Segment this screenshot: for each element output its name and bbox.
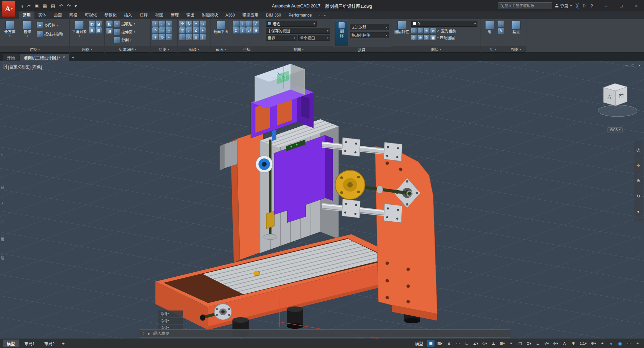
wcs-dropdown[interactable]: WCS ▾	[608, 127, 623, 132]
rectangle-icon[interactable]: ▭	[159, 27, 165, 33]
tab-addins[interactable]: 附加模块	[198, 11, 222, 19]
match-layer-button[interactable]: ≈ 匹配图层	[437, 35, 455, 40]
tab-bim360[interactable]: BIM 360	[262, 11, 285, 19]
isometric-drafting-toggle[interactable]: ◇▾	[481, 340, 489, 347]
tab-mesh[interactable]: 网格	[66, 11, 81, 19]
ucs-world-icon[interactable]: ∟	[233, 21, 239, 27]
selection-filter-toggle[interactable]: ∇▾	[543, 340, 550, 347]
help-search-box[interactable]	[498, 2, 552, 9]
layer-thaw-icon[interactable]: ☀	[424, 28, 429, 33]
offset-icon[interactable]: ∥	[200, 34, 206, 40]
view-cube[interactable]: 左 前	[594, 79, 641, 119]
layer-isolate-icon[interactable]: ◎	[411, 35, 417, 40]
layout-tab-layout1[interactable]: 布局1	[20, 340, 39, 347]
layout-tab-layout2[interactable]: 布局2	[40, 340, 59, 347]
line-icon[interactable]: /	[152, 21, 158, 27]
lineweight-toggle[interactable]: ≡	[507, 340, 515, 347]
chevron-down-icon[interactable]: ▾	[324, 11, 326, 19]
new-layout-button[interactable]: +	[60, 341, 67, 346]
new-file-icon[interactable]: ▯	[19, 3, 25, 9]
doc-close-button[interactable]: ×	[638, 63, 641, 68]
qat-customize-icon[interactable]: ▾	[73, 3, 79, 9]
layer-restore-icon[interactable]: ↻	[424, 35, 429, 40]
extrude-faces-button[interactable]: ↥ 拉伸面 ▾	[114, 29, 135, 35]
drawing-area[interactable]: [-] [自定义视图] [着色] – □ × E 丛 3 回 雪 届	[0, 61, 644, 339]
mesh-smooth-more-icon[interactable]: ⊞	[89, 27, 95, 33]
snap-toggle[interactable]: ▩▾	[436, 340, 444, 347]
tab-manage[interactable]: 管理	[167, 11, 182, 19]
layer-lock-icon[interactable]: ⊗	[430, 28, 436, 33]
copy-icon[interactable]: ◫	[179, 27, 185, 33]
tab-parametric[interactable]: 参数化	[101, 11, 120, 19]
panel-label-layers[interactable]: 图层▾	[392, 46, 480, 53]
panel-label-selection[interactable]: 选择	[333, 47, 392, 53]
panel-label-section[interactable]: 截面▾	[211, 46, 231, 53]
culling-toggle-button[interactable]: 删除	[335, 21, 348, 46]
annotation-scale-button[interactable]: 1:1▾	[578, 340, 588, 347]
panel-label-modeling[interactable]: 建模▾	[0, 46, 69, 53]
annotation-monitor-toggle[interactable]: +	[599, 340, 606, 347]
workspace-switch-button[interactable]: ⚙▾	[590, 340, 597, 347]
ucs-view-icon[interactable]: ⇄	[246, 27, 252, 33]
autoscale-toggle[interactable]: ✱	[570, 340, 577, 347]
viewport-visual-style-control[interactable]: [着色]	[31, 64, 42, 70]
viewcube-compass[interactable]	[598, 105, 637, 117]
pan-icon[interactable]: ✛	[637, 163, 640, 168]
osnap-tracking-toggle[interactable]: ∡	[490, 340, 497, 347]
mesh-smooth-less-icon[interactable]: ⊟	[96, 27, 102, 33]
gizmo-combo[interactable]: 移动小控件 ▾	[350, 32, 389, 38]
application-menu-button[interactable]: A ▾	[2, 1, 16, 17]
smooth-object-button[interactable]: 平滑对象 ▾	[71, 21, 88, 38]
search-input[interactable]	[504, 4, 550, 8]
ucs-icon[interactable]: ⊥	[240, 21, 246, 27]
customize-button[interactable]: ≡	[634, 340, 641, 347]
panel-label-draw[interactable]: 绘图▾	[151, 46, 177, 53]
polar-tracking-toggle[interactable]: ∠▾	[472, 340, 479, 347]
file-tab-start[interactable]: 开始	[3, 54, 19, 61]
layer-unisolate-icon[interactable]: ⊘	[418, 35, 423, 40]
scale-icon[interactable]: △	[186, 34, 192, 40]
ucs-origin-icon[interactable]: ↧	[240, 27, 246, 33]
orbit-icon[interactable]: ↻	[637, 194, 640, 199]
model-space-button[interactable]: 模型	[412, 340, 426, 347]
command-line[interactable]: ∷ ▸	[140, 329, 510, 338]
doc-restore-button[interactable]: □	[632, 63, 634, 68]
clean-screen-toggle[interactable]: ▭	[625, 340, 633, 347]
subobject-filter-combo[interactable]: 无过滤器 ▾	[350, 24, 389, 30]
plot-icon[interactable]: ▤	[49, 3, 57, 9]
tab-featured-apps[interactable]: 精选应用	[239, 11, 262, 19]
tab-output[interactable]: 输出	[182, 11, 198, 19]
sign-in-button[interactable]: 登录 ▾	[555, 3, 573, 9]
separate-button[interactable]: ÷ 分割 ▾	[114, 37, 135, 43]
explode-icon[interactable]: ✶	[200, 27, 206, 33]
named-view-combo[interactable]: 未保存的视图 ▾	[266, 28, 330, 34]
tab-solid[interactable]: 实体	[34, 11, 50, 19]
tab-a360[interactable]: A360	[222, 11, 239, 19]
exchange-apps-icon[interactable]: ╳	[575, 3, 579, 8]
group-button[interactable]: 组	[482, 21, 497, 34]
point-icon[interactable]: ⊙	[159, 34, 165, 40]
trim-icon[interactable]: ✂	[193, 21, 199, 27]
polyline-icon[interactable]: ⌐	[159, 21, 165, 27]
spline-icon[interactable]: ≈	[166, 34, 172, 40]
help-icon[interactable]: ?	[590, 3, 594, 8]
arc-icon[interactable]: ◠	[152, 27, 158, 33]
array-icon[interactable]: ⊞	[193, 34, 199, 40]
ucs-object-icon[interactable]: ∠	[253, 21, 259, 27]
group-edit-icon[interactable]: ✎	[498, 28, 504, 34]
ungroup-icon[interactable]: ⊟	[498, 21, 504, 27]
command-grip-icon[interactable]: ∷	[143, 331, 146, 336]
dynamic-ucs-toggle[interactable]: ⊥	[534, 340, 542, 347]
performance-recorder-toggle[interactable]: ◉	[616, 340, 624, 347]
close-icon[interactable]: ×	[63, 55, 65, 60]
hatch-icon[interactable]: ∗	[152, 34, 158, 40]
ucs-z-axis-icon[interactable]: ↥	[233, 27, 239, 33]
osnap-toggle[interactable]: ⊞▾	[499, 340, 506, 347]
undo-icon[interactable]: ↶	[57, 3, 65, 9]
erase-icon[interactable]: ⊘	[200, 21, 206, 27]
fillet-icon[interactable]: ∠	[193, 27, 199, 33]
polysolid-button[interactable]: ▰ 多段体 ▾	[37, 22, 63, 28]
panel-label-view[interactable]: 视图▾	[264, 46, 333, 53]
ribbon-display-options[interactable]: ▭ ▾	[319, 11, 326, 19]
mesh-refine-icon[interactable]: ◩	[89, 21, 95, 27]
